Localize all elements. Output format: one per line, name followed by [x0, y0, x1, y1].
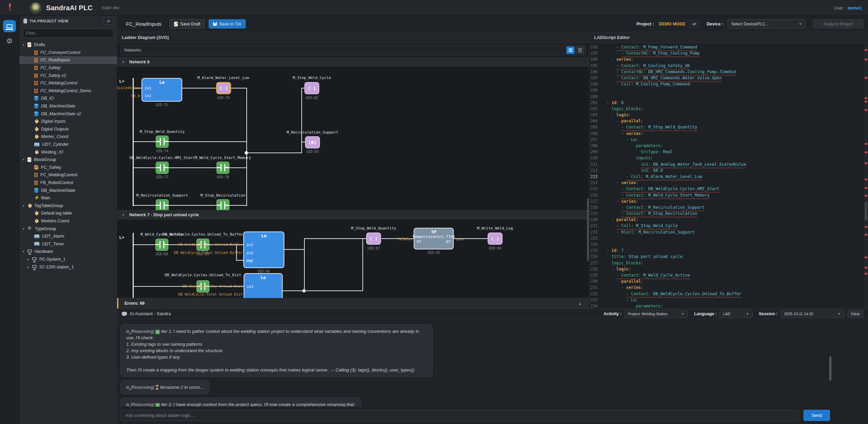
save-draft-button[interactable]: Save Draft: [170, 19, 205, 28]
sidebar-collapse-button[interactable]: ⇄: [103, 17, 114, 25]
ladder-icon: [34, 81, 38, 85]
tree-item[interactable]: Merker_Coord: [19, 133, 117, 141]
contact[interactable]: [156, 162, 169, 174]
tree-item[interactable]: ▾BlockGroup: [19, 156, 117, 164]
tree-item[interactable]: Default tag table: [19, 209, 117, 217]
line-number: 207: [589, 137, 602, 143]
tree-item[interactable]: FC_Safety v2: [19, 72, 117, 79]
tree-item[interactable]: ▸S7-1200 station_1: [19, 263, 117, 271]
tree-item[interactable]: ▾Drafts: [19, 41, 117, 49]
workspace-button[interactable]: [3, 20, 16, 32]
tree-item[interactable]: ▾TagTableGroup: [19, 202, 117, 209]
code-line: 208 parameters:: [589, 143, 868, 149]
le-compare-block[interactable]: Le in1 in2 PRE: [243, 231, 284, 268]
tree-item[interactable]: DB_MachineState: [19, 102, 117, 110]
chevron-down-icon[interactable]: ▾: [23, 250, 27, 253]
tree-item[interactable]: FC_ConveyorControl: [19, 49, 117, 57]
chevron-right-icon[interactable]: ▸: [27, 265, 32, 269]
project-mode-toggle-button[interactable]: ⇄: [690, 20, 699, 28]
alarm-coil[interactable]: ( ): [216, 82, 231, 94]
tree-item[interactable]: UDT_Alarm: [19, 233, 117, 240]
chevron-down-icon[interactable]: ▾: [23, 158, 27, 161]
send-button[interactable]: Send: [804, 410, 830, 421]
collapse-up-icon[interactable]: ▲: [578, 302, 582, 305]
tree-item[interactable]: ▸PC-System_1: [19, 256, 117, 263]
coil-label: M_Recirculation_Support: [287, 130, 338, 135]
chat-scrollbar-thumb[interactable]: [829, 356, 831, 381]
contact[interactable]: [216, 162, 229, 174]
contact[interactable]: [156, 199, 169, 210]
list-view-button[interactable]: [566, 46, 574, 54]
left-icon-rail: ⚙: [0, 16, 19, 424]
editor-scrollbar[interactable]: [864, 43, 868, 308]
operand-label: DB_WeldCycle.Total_Unload_Buffer: [165, 250, 243, 255]
tree-item[interactable]: FC_ReadInputs: [19, 56, 117, 64]
contact[interactable]: [155, 239, 168, 251]
tree-item[interactable]: Digital Outputs: [19, 125, 117, 133]
ai-assistant-header: AI Assistant - Sandra Activity : Project…: [117, 309, 868, 319]
tree-item[interactable]: ▾TypeGroup: [19, 225, 117, 233]
tree-item[interactable]: DB_MachineState v2: [19, 110, 117, 118]
avatar[interactable]: [30, 2, 41, 14]
le-compare-block[interactable]: Le in1 in2: [141, 78, 182, 102]
language-select[interactable]: LAD▼: [719, 310, 753, 318]
contact[interactable]: [216, 199, 229, 210]
tree-item[interactable]: FC_WeldingControl: [19, 79, 117, 87]
session-select[interactable]: 2025-10-11 14:32▼: [780, 310, 844, 318]
chat-input[interactable]: [120, 410, 799, 421]
contact[interactable]: [156, 136, 169, 148]
tree-item[interactable]: ▾Hardware: [19, 248, 117, 256]
reset-coil[interactable]: (R): [305, 136, 320, 148]
tree-item[interactable]: Welding_IO: [19, 148, 117, 156]
chevron-right-icon[interactable]: ▸: [27, 258, 32, 261]
editor-scrollbar-thumb[interactable]: [865, 202, 867, 221]
grid-view-button[interactable]: [576, 46, 584, 54]
tree-item[interactable]: FC_WeldingControl: [19, 171, 117, 179]
ladder-scrollbar-thumb[interactable]: [587, 198, 589, 261]
block-title: Le: [244, 233, 284, 238]
coil[interactable]: ( ): [366, 233, 381, 245]
activity-select[interactable]: Project: Welding Station▼: [624, 310, 688, 318]
settings-button[interactable]: ⚙: [3, 37, 16, 45]
line-number: 195: [589, 63, 602, 69]
block-title: Le: [142, 80, 182, 85]
line-number: 231: [589, 284, 602, 290]
tree-item[interactable]: UDT_Timer: [19, 240, 117, 248]
le-compare-block[interactable]: Le in1: [244, 273, 283, 298]
clear-button[interactable]: Clear: [848, 310, 863, 318]
tree-item[interactable]: FC_Safety: [19, 164, 117, 171]
tp-timer-block[interactable]: TP Temporizzatori.T106 PT ET: [414, 228, 454, 249]
tree-item[interactable]: Main: [19, 194, 117, 202]
errors-bar[interactable]: Errors: 69 ▲: [117, 298, 589, 308]
floppy-icon: [213, 22, 217, 26]
network7-header[interactable]: ▾Network 7 - Stop part unload cycle: [117, 210, 589, 219]
user-name[interactable]: demo1: [848, 5, 862, 11]
chevron-down-icon[interactable]: ▾: [23, 227, 27, 230]
coil[interactable]: ( ): [488, 233, 503, 245]
code-line: 199: [589, 87, 868, 93]
analyze-project-button[interactable]: Analyze Project: [813, 19, 863, 28]
coil-label: M_Stop_Weld_Cycle: [293, 76, 331, 80]
filter-input[interactable]: [23, 29, 114, 38]
tree-item[interactable]: FC_Safety: [19, 64, 117, 72]
tree-item[interactable]: Merkers Coord: [19, 217, 117, 225]
tree-item[interactable]: DB_IO: [19, 95, 117, 102]
line-number: 222: [589, 229, 602, 235]
port-in1: in1: [247, 284, 253, 289]
line-number: 218: [589, 204, 602, 210]
chevron-down-icon[interactable]: ▾: [23, 204, 27, 207]
tree-item[interactable]: FB_RobotControl: [19, 179, 117, 187]
code-editor[interactable]: 192 - Contact: M_Pump_Forward_Command193…: [589, 43, 868, 308]
chevron-down-icon[interactable]: ▾: [23, 43, 27, 46]
network6-header[interactable]: ▾Network 6: [117, 57, 589, 66]
tree-item[interactable]: UDT_Cylinder: [19, 141, 117, 148]
tree-item[interactable]: DB_MachineState: [19, 186, 117, 194]
ladder-icon: [34, 50, 38, 55]
code-line: 225 - id: 7: [589, 247, 868, 254]
tree-item[interactable]: Digital Inputs: [19, 118, 117, 125]
device-select[interactable]: Select Device/PLC...▼: [728, 19, 806, 28]
save-to-tia-button[interactable]: Save to TIA: [209, 19, 246, 28]
coil[interactable]: ( ): [304, 82, 319, 94]
coil-symbol: ( ): [308, 86, 316, 91]
tree-item[interactable]: FC_WeldingControl_Demo: [19, 87, 117, 95]
